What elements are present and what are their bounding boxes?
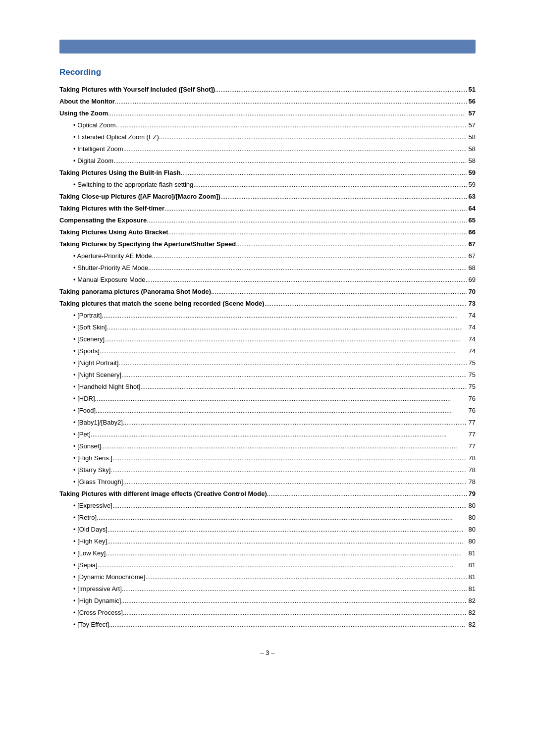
toc-fill: ........................................… — [97, 511, 466, 521]
toc-fill: ........................................… — [96, 404, 467, 414]
toc-fill: ........................................… — [123, 476, 466, 485]
toc-dots: ........................................… — [115, 122, 466, 128]
toc-fill: ........................................… — [123, 143, 467, 152]
toc-label: • Aperture-Priority AE Mode — [73, 252, 152, 260]
toc-page: 74 — [469, 312, 476, 319]
toc-label: Taking pictures that match the scene bei… — [59, 300, 265, 307]
toc-fill: ........................................… — [181, 166, 467, 176]
toc-dots: ........................................… — [107, 538, 466, 544]
toc-fill: ........................................… — [115, 119, 466, 128]
toc-entry: About the Monitor.......................… — [59, 94, 476, 106]
toc-dots: ........................................… — [102, 312, 466, 319]
toc-dots: ........................................… — [122, 586, 467, 592]
toc-page: 75 — [469, 383, 476, 390]
toc-fill: ........................................… — [109, 618, 466, 628]
toc-fill: ........................................… — [98, 559, 467, 568]
toc-page: 59 — [469, 169, 476, 176]
toc-entry: • [Cross Process].......................… — [59, 605, 476, 617]
toc-fill: ........................................… — [107, 535, 466, 544]
toc-fill: ........................................… — [121, 594, 466, 604]
toc-dots: ........................................… — [267, 490, 467, 497]
toc-fill: ........................................… — [123, 606, 467, 616]
toc-dots: ........................................… — [147, 217, 466, 223]
toc-label: Taking Pictures with Yourself Included (… — [59, 86, 215, 93]
toc-label: • [Glass Through] — [73, 478, 123, 486]
toc-fill: ........................................… — [265, 297, 467, 307]
toc-entry: • [Baby1]/[Baby2].......................… — [59, 415, 476, 427]
toc-dots: ........................................… — [109, 621, 466, 628]
toc-entry: • Manual Exposure Mode..................… — [59, 272, 476, 284]
toc-fill: ........................................… — [107, 523, 467, 533]
toc-fill: ........................................… — [95, 392, 467, 402]
toc-page: 58 — [469, 145, 476, 153]
toc-dots: ........................................… — [211, 288, 466, 295]
toc-entry: • [Pet].................................… — [59, 427, 476, 439]
toc-fill: ........................................… — [267, 487, 467, 497]
toc-label: Compensating the Exposure — [59, 216, 147, 224]
toc-label: • [Handheld Night Shot] — [73, 383, 140, 390]
toc-fill: ........................................… — [115, 95, 467, 105]
toc-page: 74 — [469, 347, 476, 355]
toc-label: • Optical Zoom — [73, 121, 115, 129]
toc-label: • [Sepia] — [73, 561, 98, 569]
toc-dots: ........................................… — [181, 169, 467, 176]
toc-fill: ........................................… — [112, 499, 467, 509]
toc-dots: ........................................… — [123, 146, 467, 152]
toc-label: • [Dynamic Monochrome] — [73, 573, 145, 581]
toc-page: 74 — [469, 335, 476, 343]
toc-fill: ........................................… — [220, 190, 467, 200]
toc-entry: Taking Pictures by Specifying the Apertu… — [59, 237, 476, 249]
toc-page: 81 — [469, 573, 476, 581]
toc-page: 79 — [469, 490, 476, 497]
toc-dots: ........................................… — [118, 360, 466, 366]
toc-fill: ........................................… — [147, 214, 466, 223]
toc-dots: ........................................… — [108, 110, 466, 116]
toc-fill: ........................................… — [164, 202, 466, 212]
toc-dots: ........................................… — [115, 98, 467, 105]
toc-entry: • [Retro]...............................… — [59, 510, 476, 522]
toc-entry: • [Soft Skin]...........................… — [59, 320, 476, 332]
toc-label: • Digital Zoom — [73, 157, 113, 164]
toc-label: • [Pet] — [73, 431, 91, 438]
toc-page: 80 — [469, 538, 476, 545]
toc-entry: • [Sports]..............................… — [59, 344, 476, 356]
toc-label: • Shutter-Priority AE Mode — [73, 264, 148, 271]
toc-page: 70 — [469, 288, 476, 295]
toc-dots: ........................................… — [123, 479, 466, 485]
toc-fill: ........................................… — [108, 107, 466, 116]
toc-fill: ........................................… — [236, 238, 466, 247]
toc-entry: • [High Key]............................… — [59, 534, 476, 546]
toc-entry: • Digital Zoom..........................… — [59, 154, 476, 165]
toc-dots: ........................................… — [164, 205, 466, 212]
toc-label: • [Soft Skin] — [73, 324, 107, 331]
page-footer: – 3 – — [59, 649, 476, 656]
toc-label: • [Cross Process] — [73, 609, 123, 616]
toc-entry: • [Impressive Art]......................… — [59, 582, 476, 594]
toc-fill: ........................................… — [110, 464, 466, 473]
toc-entry: • [Low Key].............................… — [59, 546, 476, 558]
toc-entry: Taking Pictures Using the Built-in Flash… — [59, 165, 476, 177]
toc-label: Taking panorama pictures (Panorama Shot … — [59, 288, 211, 295]
toc-label: • [HDR] — [73, 395, 95, 402]
toc-page: 74 — [469, 324, 476, 331]
toc-fill: ........................................… — [193, 178, 466, 188]
toc-label: • [Old Days] — [73, 526, 107, 533]
toc-fill: ........................................… — [148, 262, 466, 271]
toc-label: • [Food] — [73, 407, 96, 414]
toc-label: Taking Pictures by Specifying the Apertu… — [59, 240, 236, 248]
toc-label: Taking Pictures Using Auto Bracket — [59, 228, 168, 236]
toc-dots: ........................................… — [236, 241, 466, 247]
toc-page: 56 — [469, 98, 476, 105]
toc-entry: • [Scenery].............................… — [59, 332, 476, 344]
toc-label: About the Monitor — [59, 98, 115, 105]
toc-page: 77 — [469, 431, 476, 438]
toc-label: • [High Key] — [73, 538, 107, 545]
toc-dots: ........................................… — [113, 158, 466, 164]
toc-label: • [Baby1]/[Baby2] — [73, 419, 123, 426]
toc-dots: ........................................… — [91, 431, 467, 437]
toc-dots: ........................................… — [107, 324, 466, 330]
toc-entry: Compensating the Exposure...............… — [59, 213, 476, 225]
toc-fill: ........................................… — [140, 380, 466, 390]
toc-page: 75 — [469, 371, 476, 378]
toc-dots: ........................................… — [123, 609, 467, 616]
